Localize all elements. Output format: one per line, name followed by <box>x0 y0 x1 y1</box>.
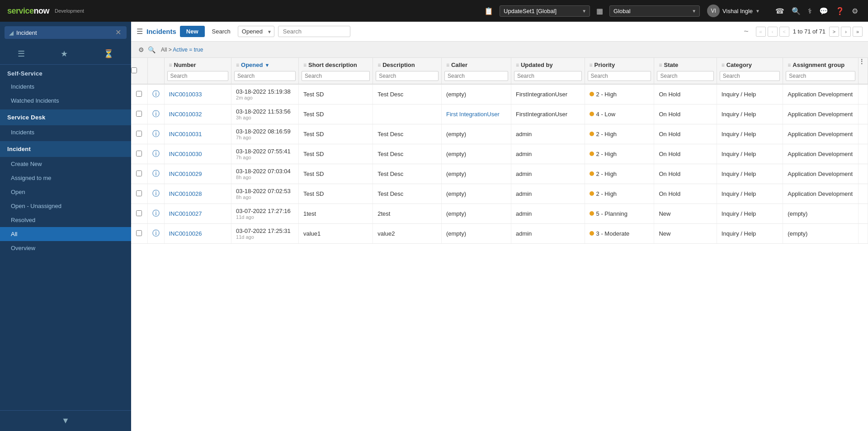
row-checkbox[interactable] <box>136 111 142 117</box>
incident-number-link[interactable]: INC0010026 <box>169 230 202 237</box>
sidebar-item-all[interactable]: All <box>0 227 131 241</box>
sidebar-item-assigned-to-me[interactable]: Assigned to me <box>0 171 131 185</box>
th-cat-search[interactable] <box>720 71 780 81</box>
priority-text: 5 - Planning <box>596 210 627 217</box>
incident-number-link[interactable]: INC0010027 <box>169 210 202 217</box>
row-updated-by-cell: admin <box>511 124 585 144</box>
more-columns-icon[interactable]: ⋮ <box>859 58 865 65</box>
info-icon[interactable]: ⓘ <box>152 90 160 98</box>
list-title[interactable]: Incidents <box>146 28 176 35</box>
settings-icon-btn[interactable]: ⚙ <box>849 5 861 17</box>
user-info[interactable]: VI Vishal Ingle ▼ <box>703 3 764 19</box>
row-checkbox[interactable] <box>136 151 142 156</box>
pag-prev-btn[interactable]: ‹ <box>768 27 778 37</box>
toolbar-search-input[interactable] <box>278 26 350 37</box>
row-checkbox[interactable] <box>136 190 142 196</box>
th-opened-search[interactable] <box>234 71 296 81</box>
column-chooser-btn[interactable]: ⚙ <box>137 45 146 54</box>
assignment-group-text: Application Development <box>788 91 853 98</box>
incident-number-link[interactable]: INC0010032 <box>169 111 202 118</box>
sidebar-item-resolved[interactable]: Resolved <box>0 213 131 227</box>
th-state-search[interactable] <box>657 71 713 81</box>
incident-number-link[interactable]: INC0010028 <box>169 190 202 197</box>
search-text-btn[interactable]: Search <box>208 26 234 37</box>
scope-select[interactable]: Global <box>609 5 700 17</box>
incident-number-link[interactable]: INC0010033 <box>169 91 202 98</box>
row-checkbox[interactable] <box>136 210 142 216</box>
info-icon[interactable]: ⓘ <box>152 110 160 118</box>
caller-link[interactable]: First IntegrationUser <box>446 111 500 118</box>
table-container: ≡ Number ≡ Opened ▼ <box>131 58 868 431</box>
display-icon-btn[interactable]: ▦ <box>594 5 606 17</box>
incident-number-link[interactable]: INC0010030 <box>169 151 202 157</box>
th-number-search[interactable] <box>167 71 229 81</box>
th-ag-label: Assignment group <box>793 62 844 68</box>
sidebar-item-overview[interactable]: Overview <box>0 241 131 255</box>
search-icon-btn[interactable]: 🔍 <box>789 5 803 17</box>
th-opened-label: Opened <box>241 62 263 68</box>
phone-icon-btn[interactable]: ☎ <box>773 5 787 17</box>
chat-icon-btn[interactable]: 💬 <box>816 5 831 17</box>
pag-first-btn[interactable]: « <box>756 27 766 37</box>
sidebar-item-incidents-servicedesk[interactable]: Incidents <box>0 125 131 139</box>
info-icon[interactable]: ⓘ <box>152 229 160 237</box>
row-priority-cell: 4 - Low <box>585 104 654 124</box>
sidebar-item-open-unassigned[interactable]: Open - Unassigned <box>0 199 131 213</box>
row-checkbox[interactable] <box>136 131 142 137</box>
pag-last-btn[interactable]: » <box>853 27 863 37</box>
sidebar-tab-history[interactable]: ⏳ <box>99 47 118 61</box>
sidebar-tab-star[interactable]: ★ <box>56 47 72 61</box>
short-description: Test SD <box>303 91 324 98</box>
filter-breadcrumb[interactable]: All > Active = true <box>161 47 203 53</box>
pag-prev2-btn[interactable]: < <box>779 27 789 37</box>
th-ub-search[interactable] <box>514 71 582 81</box>
th-ag-search[interactable] <box>786 71 855 81</box>
updated-by: admin <box>516 171 532 177</box>
incident-number-link[interactable]: INC0010029 <box>169 171 202 177</box>
filter-search-btn[interactable]: 🔍 <box>146 45 157 54</box>
section-header-self-service: Self-Service <box>0 65 131 80</box>
clipboard-icon-btn[interactable]: 📋 <box>481 5 496 17</box>
hamburger-btn[interactable]: ☰ <box>137 27 143 36</box>
sort-desc-icon[interactable]: ▼ <box>264 62 269 68</box>
filter-icon: ◢ <box>9 29 14 36</box>
info-icon[interactable]: ⓘ <box>152 130 160 137</box>
pagination: « ‹ < 1 to 71 of 71 > › » <box>756 27 863 37</box>
list-toolbar: ☰ Incidents New Search Opened ~ « ‹ < 1 … <box>131 22 868 42</box>
sidebar-item-create-new[interactable]: Create New <box>0 157 131 171</box>
sidebar-tab-document[interactable]: ☰ <box>13 47 29 61</box>
row-more-cell <box>859 144 868 164</box>
new-btn[interactable]: New <box>180 26 205 37</box>
sidebar-item-watched-incidents[interactable]: Watched Incidents <box>0 94 131 108</box>
sidebar-item-incidents-selfservice[interactable]: Incidents <box>0 80 131 94</box>
priority-dot <box>590 132 594 136</box>
incident-number-link[interactable]: INC0010031 <box>169 131 202 137</box>
row-checkbox[interactable] <box>136 91 142 97</box>
row-checkbox[interactable] <box>136 230 142 236</box>
updateset-select[interactable]: UpdateSet1 [Global] <box>500 5 590 17</box>
th-caller-search[interactable] <box>444 71 508 81</box>
info-icon[interactable]: ⓘ <box>152 150 160 157</box>
help-icon-btn[interactable]: ❓ <box>833 5 847 17</box>
sidebar-scroll-down-btn[interactable]: ▼ <box>4 414 127 427</box>
accessibility-icon-btn[interactable]: ⚕ <box>805 5 815 17</box>
row-sd-cell: Test SD <box>299 184 373 204</box>
pag-next2-btn[interactable]: › <box>841 27 851 37</box>
select-all-checkbox[interactable] <box>131 67 137 73</box>
info-icon[interactable]: ⓘ <box>152 189 160 197</box>
row-checkbox-cell <box>131 104 147 124</box>
sidebar-item-open[interactable]: Open <box>0 185 131 199</box>
sidebar-search-clear[interactable]: ✕ <box>114 29 122 36</box>
info-icon[interactable]: ⓘ <box>152 209 160 217</box>
th-desc-search[interactable] <box>376 71 439 81</box>
pag-next-btn[interactable]: > <box>829 27 839 37</box>
filter-select[interactable]: Opened <box>238 26 274 37</box>
th-pri-search[interactable] <box>588 71 651 81</box>
info-icon[interactable]: ⓘ <box>152 170 160 177</box>
row-opened-cell: 03-18-2022 07:02:53 8h ago <box>231 184 299 204</box>
th-state: ≡ State <box>654 58 717 84</box>
sidebar-search-input[interactable] <box>16 29 112 36</box>
row-desc-cell: value2 <box>373 224 442 244</box>
th-sd-search[interactable] <box>302 71 370 81</box>
row-checkbox[interactable] <box>136 171 142 176</box>
